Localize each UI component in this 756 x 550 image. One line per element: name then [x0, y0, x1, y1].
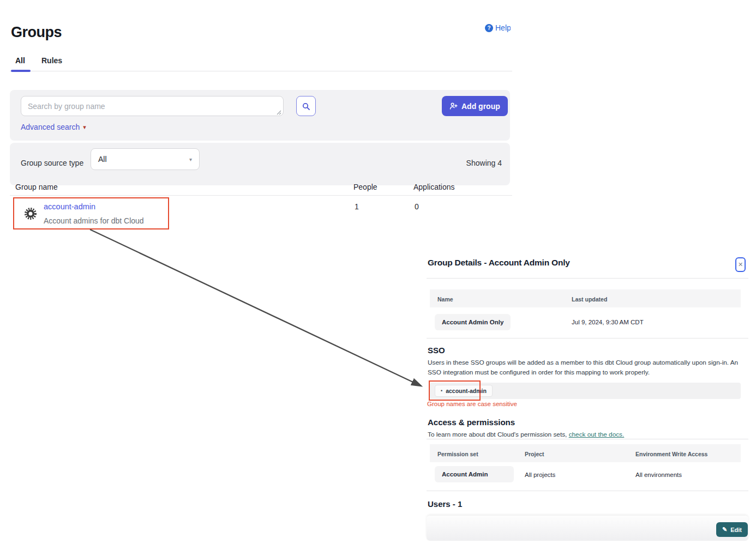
sso-description: Users in these SSO groups will be added …: [428, 358, 742, 377]
environment-value: All environments: [635, 472, 682, 478]
tab-rules[interactable]: Rules: [41, 56, 62, 65]
advanced-search-label: Advanced search: [21, 123, 80, 131]
docs-link[interactable]: check out the docs.: [569, 431, 625, 438]
access-description-text: To learn more about dbt Cloud's permissi…: [428, 431, 569, 438]
sso-group-chip: • account-admin: [435, 385, 493, 397]
column-header-permission-set: Permission set: [437, 451, 478, 457]
advanced-search-link[interactable]: Advanced search ▾: [21, 123, 86, 131]
column-header-name: Name: [437, 296, 453, 303]
search-icon: [302, 102, 310, 111]
caret-down-icon: ▾: [189, 156, 192, 162]
help-label: Help: [495, 23, 511, 32]
last-updated-value: Jul 9, 2024, 9:30 AM CDT: [572, 319, 644, 325]
divider: [427, 278, 748, 279]
column-header-environment-write-access: Environment Write Access: [635, 451, 707, 457]
group-source-type-label: Group source type: [21, 159, 83, 167]
column-header-last-updated: Last updated: [572, 296, 607, 303]
details-panel-title: Group Details - Account Admin Only: [428, 258, 570, 268]
group-name-link[interactable]: account-admin: [44, 202, 95, 211]
tabs-divider: [10, 71, 512, 71]
search-button[interactable]: [296, 96, 316, 116]
details-footer-bar: [427, 516, 748, 541]
column-header-people: People: [353, 183, 377, 191]
help-link[interactable]: ? Help: [485, 22, 511, 33]
column-header-applications: Applications: [413, 183, 455, 191]
access-permissions-heading: Access & permissions: [428, 418, 515, 427]
pencil-icon: ✎: [722, 526, 727, 533]
project-value: All projects: [525, 472, 555, 478]
filter-panel: [10, 143, 510, 185]
column-header-group-name: Group name: [15, 183, 58, 191]
page-title: Groups: [11, 24, 62, 41]
group-description: Account admins for dbt Cloud: [44, 216, 144, 225]
access-description: To learn more about dbt Cloud's permissi…: [428, 431, 624, 438]
groups-page: Groups ? Help All Rules Advanced search …: [0, 0, 756, 550]
table-header-divider: [10, 195, 512, 196]
selected-option: All: [98, 155, 107, 164]
sso-group-name: account-admin: [446, 388, 487, 394]
sso-heading: SSO: [428, 346, 445, 355]
users-heading: Users - 1: [428, 499, 462, 509]
edit-button[interactable]: ✎ Edit: [716, 522, 748, 537]
add-group-button[interactable]: Add group: [442, 96, 508, 116]
divider: [427, 338, 748, 339]
tab-all[interactable]: All: [15, 56, 25, 65]
column-header-project: Project: [525, 451, 544, 457]
divider: [427, 439, 748, 439]
people-count: 1: [355, 202, 359, 211]
active-tab-underline: [11, 70, 31, 72]
divider: [427, 491, 748, 491]
bullet-icon: •: [441, 388, 442, 394]
close-icon: ✕: [738, 261, 743, 268]
showing-count: Showing 4: [455, 159, 502, 167]
annotation-arrow: [82, 221, 442, 401]
close-button[interactable]: ✕: [735, 257, 746, 272]
group-source-type-select[interactable]: All ▾: [91, 148, 200, 170]
help-icon: ?: [485, 24, 493, 32]
add-group-label: Add group: [461, 102, 500, 111]
edit-label: Edit: [730, 527, 742, 533]
caret-down-icon: ▾: [83, 124, 86, 131]
applications-count: 0: [415, 202, 419, 211]
permission-set-chip: Account Admin: [435, 466, 514, 482]
group-gear-icon: [24, 207, 37, 220]
case-sensitive-warning: Group names are case sensitive: [427, 401, 517, 407]
user-plus-icon: [449, 102, 458, 110]
search-input[interactable]: [21, 96, 284, 116]
group-name-chip: Account Admin Only: [435, 314, 511, 330]
